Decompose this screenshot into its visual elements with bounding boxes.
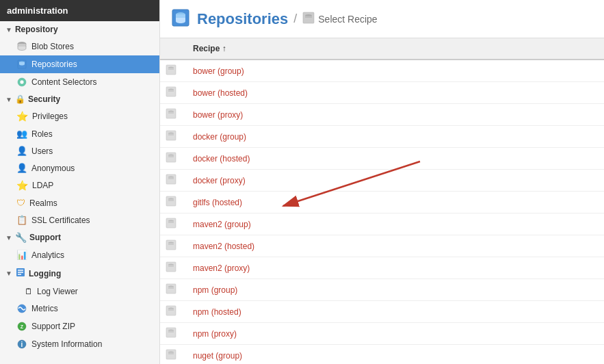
sidebar-item-metrics[interactable]: Metrics bbox=[0, 300, 159, 317]
row-icon-cell bbox=[160, 301, 185, 323]
row-recipe[interactable]: maven2 (group) bbox=[185, 213, 604, 235]
support-zip-icon: Z bbox=[16, 321, 27, 332]
table-row[interactable]: bower (proxy) bbox=[160, 104, 604, 126]
sidebar-group-support-label[interactable]: ▼ 🔧 Support bbox=[0, 229, 159, 246]
sidebar-item-ssl-certificates[interactable]: 📋 SSL Certificates bbox=[0, 211, 159, 229]
row-recipe[interactable]: maven2 (hosted) bbox=[185, 235, 604, 257]
row-recipe[interactable]: nuget (group) bbox=[185, 345, 604, 365]
main-header: Repositories / Select Recipe bbox=[160, 0, 604, 38]
roles-icon: 👥 bbox=[16, 129, 27, 139]
table-row[interactable]: maven2 (proxy) bbox=[160, 257, 604, 279]
row-recipe[interactable]: npm (group) bbox=[185, 279, 604, 301]
row-recipe[interactable]: maven2 (proxy) bbox=[185, 257, 604, 279]
sidebar-item-repositories[interactable]: Repositories bbox=[0, 55, 159, 73]
row-recipe[interactable]: gitlfs (hosted) bbox=[185, 192, 604, 213]
header-subtitle: Select Recipe bbox=[318, 14, 377, 25]
header-separator: / bbox=[293, 12, 297, 26]
sidebar-group-repository: ▼ Repository Blob Stores Reposit bbox=[0, 21, 159, 91]
row-icon-cell bbox=[160, 257, 185, 279]
sidebar-group-logging-label[interactable]: ▼ Logging bbox=[0, 263, 159, 283]
log-viewer-icon: 🗒 bbox=[25, 287, 33, 296]
repo-icon bbox=[16, 59, 27, 70]
system-information-icon: i bbox=[16, 339, 27, 350]
row-icon-cell bbox=[160, 104, 185, 126]
sidebar-item-analytics[interactable]: 📊 Analytics bbox=[0, 246, 159, 263]
sidebar-group-support: ▼ 🔧 Support 📊 Analytics bbox=[0, 229, 159, 263]
row-recipe[interactable]: bower (group) bbox=[185, 60, 604, 82]
row-icon-cell bbox=[160, 279, 185, 301]
col-recipe[interactable]: Recipe ↑ bbox=[185, 38, 604, 60]
svg-point-4 bbox=[20, 80, 24, 84]
analytics-icon: 📊 bbox=[16, 250, 27, 260]
expand-arrow-icon: ▼ bbox=[5, 26, 12, 34]
row-recipe[interactable]: docker (hosted) bbox=[185, 148, 604, 170]
main-title: Repositories bbox=[197, 10, 288, 28]
sidebar-group-logging: ▼ Logging 🗒 Log Viewer bbox=[0, 263, 159, 300]
sidebar-item-system-information[interactable]: i System Information bbox=[0, 335, 159, 353]
sidebar-item-users[interactable]: 👤 Users bbox=[0, 142, 159, 159]
users-icon: 👤 bbox=[16, 146, 27, 156]
recipe-table-container: Recipe ↑ bower (group) bower (hosted) bo… bbox=[160, 38, 604, 364]
row-recipe[interactable]: docker (proxy) bbox=[185, 170, 604, 192]
table-row[interactable]: npm (group) bbox=[160, 279, 604, 301]
row-recipe[interactable]: npm (hosted) bbox=[185, 301, 604, 323]
logging-icon bbox=[15, 267, 26, 280]
row-recipe[interactable]: docker (group) bbox=[185, 126, 604, 148]
sidebar-item-ldap[interactable]: ⭐ LDAP bbox=[0, 177, 159, 194]
table-row[interactable]: bower (hosted) bbox=[160, 82, 604, 104]
row-icon-cell bbox=[160, 345, 185, 365]
header-repo-icon bbox=[171, 8, 190, 29]
sidebar-item-privileges[interactable]: ⭐ Privileges bbox=[0, 107, 159, 125]
sidebar-item-blob-stores[interactable]: Blob Stores bbox=[0, 38, 159, 55]
row-icon-cell bbox=[160, 126, 185, 148]
expand-arrow-icon-security: ▼ bbox=[5, 96, 12, 103]
ssl-icon: 📋 bbox=[16, 215, 27, 225]
table-row[interactable]: docker (proxy) bbox=[160, 170, 604, 192]
table-row[interactable]: nuget (group) bbox=[160, 345, 604, 365]
sidebar-group-security: ▼ 🔒 Security ⭐ Privileges 👥 Roles 👤 User… bbox=[0, 91, 159, 229]
row-recipe[interactable]: bower (hosted) bbox=[185, 82, 604, 104]
sidebar-item-log-viewer[interactable]: 🗒 Log Viewer bbox=[0, 283, 159, 300]
svg-text:Z: Z bbox=[21, 324, 24, 329]
db-icon bbox=[16, 41, 27, 52]
sidebar-group-repository-label[interactable]: ▼ Repository bbox=[0, 21, 159, 38]
sidebar-item-support-zip[interactable]: Z Support ZIP bbox=[0, 317, 159, 335]
metrics-icon bbox=[16, 303, 27, 314]
lock-icon-security: 🔒 bbox=[15, 94, 25, 104]
sidebar-item-anonymous[interactable]: 👤 Anonymous bbox=[0, 159, 159, 177]
table-row[interactable]: gitlfs (hosted) bbox=[160, 192, 604, 213]
anonymous-icon: 👤 bbox=[16, 163, 27, 173]
recipe-table: Recipe ↑ bower (group) bower (hosted) bo… bbox=[160, 38, 604, 364]
sidebar-item-content-selectors[interactable]: Content Selectors bbox=[0, 73, 159, 91]
table-row[interactable]: bower (group) bbox=[160, 60, 604, 82]
row-recipe[interactable]: npm (proxy) bbox=[185, 323, 604, 345]
sidebar-header: administration bbox=[0, 0, 159, 21]
ldap-icon: ⭐ bbox=[16, 180, 28, 191]
table-row[interactable]: docker (hosted) bbox=[160, 148, 604, 170]
support-icon: 🔧 bbox=[15, 232, 27, 243]
row-icon-cell bbox=[160, 323, 185, 345]
content-selectors-icon bbox=[16, 77, 27, 88]
table-row[interactable]: docker (group) bbox=[160, 126, 604, 148]
row-icon-cell bbox=[160, 213, 185, 235]
table-row[interactable]: npm (hosted) bbox=[160, 301, 604, 323]
sidebar-group-security-label[interactable]: ▼ 🔒 Security bbox=[0, 91, 159, 107]
table-row[interactable]: npm (proxy) bbox=[160, 323, 604, 345]
svg-text:i: i bbox=[21, 341, 23, 348]
col-icon bbox=[160, 38, 185, 60]
privileges-icon: ⭐ bbox=[16, 111, 28, 122]
row-icon-cell bbox=[160, 60, 185, 82]
row-icon-cell bbox=[160, 148, 185, 170]
row-icon-cell bbox=[160, 192, 185, 213]
row-icon-cell bbox=[160, 235, 185, 257]
sidebar-item-roles[interactable]: 👥 Roles bbox=[0, 125, 159, 142]
table-row[interactable]: maven2 (hosted) bbox=[160, 235, 604, 257]
main-content: Repositories / Select Recipe Recipe ↑ bbox=[160, 0, 604, 364]
header-subtitle-icon bbox=[302, 12, 315, 26]
sidebar-item-realms[interactable]: 🛡 Realms bbox=[0, 194, 159, 211]
sidebar: administration ▼ Repository Blob Stores bbox=[0, 0, 160, 364]
row-icon-cell bbox=[160, 170, 185, 192]
table-row[interactable]: maven2 (group) bbox=[160, 213, 604, 235]
expand-arrow-icon-logging: ▼ bbox=[5, 270, 12, 277]
row-recipe[interactable]: bower (proxy) bbox=[185, 104, 604, 126]
